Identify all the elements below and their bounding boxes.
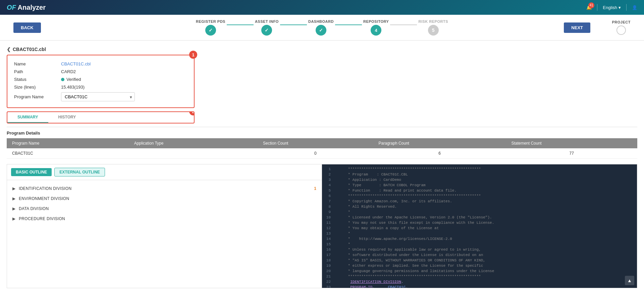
code-line: 18 * "AS IS" BASIS, WITHOUT WARRANTIES O… bbox=[322, 258, 637, 264]
line-number: 18 bbox=[322, 258, 335, 264]
cell-paragraph-count: 6 bbox=[373, 148, 506, 159]
tabs-row: SUMMARY HISTORY bbox=[7, 112, 194, 123]
col-paragraph-count: Paragraph Count bbox=[373, 138, 506, 148]
info-value-path: CARD2 bbox=[61, 69, 76, 74]
line-content: * Copyright Amazon.com, Inc. or its affi… bbox=[335, 199, 637, 205]
code-line: 7 * Copyright Amazon.com, Inc. or its af… bbox=[322, 199, 637, 205]
info-label-status: Status bbox=[14, 77, 54, 82]
file-info-badge: 1 bbox=[189, 51, 197, 59]
tab-history[interactable]: HISTORY bbox=[48, 112, 86, 123]
tree-item[interactable]: ▶ PROCEDURE DIVISION bbox=[7, 214, 322, 224]
code-line: 10 * Licensed under the Apache License, … bbox=[322, 215, 637, 221]
col-application-type: Application Type bbox=[129, 138, 258, 148]
line-number: 20 bbox=[322, 269, 335, 274]
line-content: * language governing permissions and lim… bbox=[335, 269, 637, 274]
code-line: 15 * bbox=[322, 242, 637, 248]
step-line-3 bbox=[335, 24, 362, 25]
line-number: 7 bbox=[322, 199, 335, 205]
line-number: 4 bbox=[322, 183, 335, 189]
external-outline-button[interactable]: EXTERNAL OUTLINE bbox=[54, 168, 105, 176]
line-number: 12 bbox=[322, 226, 335, 232]
tab-summary[interactable]: SUMMARY bbox=[7, 112, 48, 123]
step-label-repository: REPOSITORY bbox=[363, 19, 389, 23]
notification-bell[interactable]: 🔔 41 bbox=[586, 5, 592, 10]
notification-badge: 41 bbox=[588, 2, 594, 8]
step-project: PROJECT bbox=[612, 20, 631, 35]
cell-program-name: CBACT01C bbox=[7, 148, 129, 159]
cell-section-count: 0 bbox=[258, 148, 373, 159]
line-content: * You may not use this file except in co… bbox=[335, 221, 637, 226]
step-dashboard: DASHBOARD ✓ bbox=[308, 19, 334, 36]
line-content: * Licensed under the Apache License, Ver… bbox=[335, 215, 637, 221]
line-number: 5 bbox=[322, 189, 335, 194]
line-content: * bbox=[335, 210, 637, 215]
code-line: 8 * All Rights Reserved. bbox=[322, 205, 637, 210]
basic-outline-button[interactable]: BASIC OUTLINE bbox=[11, 168, 52, 176]
code-line: 17 * software distributed under the Lice… bbox=[322, 253, 637, 258]
col-program-name: Program Name bbox=[7, 138, 129, 148]
line-number: 16 bbox=[322, 248, 335, 253]
code-line: 1 **************************************… bbox=[322, 167, 637, 172]
line-number: 19 bbox=[322, 264, 335, 269]
chevron-down-icon: ▾ bbox=[619, 5, 621, 10]
main-content: ❮ CBACT01C.cbl 1 Name CBACT01C.cbl Path … bbox=[0, 41, 644, 308]
table-header-row: Program Name Application Type Section Co… bbox=[7, 138, 637, 148]
code-line: 14 * http://www.apache.org/licenses/LICE… bbox=[322, 237, 637, 242]
app-logo: OF Analyzer bbox=[7, 4, 46, 11]
tree-expand-icon: ▶ bbox=[12, 186, 15, 191]
status-text: Verified bbox=[66, 77, 81, 82]
line-content: * Function : Read and print account data… bbox=[335, 189, 637, 194]
info-label-program-name: Program Name bbox=[14, 94, 54, 99]
cell-application-type bbox=[129, 148, 258, 159]
step-circle-risk-reports: 5 bbox=[428, 25, 439, 36]
line-content: * You may obtain a copy of the License a… bbox=[335, 226, 637, 232]
line-content: * "AS IS" BASIS, WITHOUT WARRANTIES OR C… bbox=[335, 258, 637, 264]
line-number: 14 bbox=[322, 237, 335, 242]
line-number: 11 bbox=[322, 221, 335, 226]
outline-tree: ▶ IDENTIFICATION DIVISION 1 ▶ ENVIRONMEN… bbox=[7, 180, 322, 288]
breadcrumb-file: CBACT01C.cbl bbox=[13, 47, 46, 52]
step-label-risk-reports: RISK REPORTS bbox=[418, 19, 448, 23]
tree-item[interactable]: ▶ DATA DIVISION bbox=[7, 204, 322, 214]
table-row: CBACT01C 0 6 77 bbox=[7, 148, 637, 159]
step-circle-repository: 4 bbox=[371, 25, 381, 36]
next-button[interactable]: NEXT bbox=[564, 22, 590, 33]
code-line: 9 * bbox=[322, 210, 637, 215]
language-label: English bbox=[603, 5, 617, 10]
code-line: 12 * You may obtain a copy of the Licens… bbox=[322, 226, 637, 232]
logo-analyzer: Analyzer bbox=[16, 4, 46, 11]
info-row-program-name: Program Name CBACT01C ▾ bbox=[14, 91, 187, 103]
program-name-dropdown[interactable]: CBACT01C bbox=[61, 92, 135, 101]
tree-expand-icon: ▶ bbox=[12, 206, 15, 211]
header-right: 🔔 41 English ▾ 👤 bbox=[586, 4, 637, 11]
step-label-project: PROJECT bbox=[612, 20, 631, 24]
info-row-status: Status Verified bbox=[14, 75, 187, 83]
language-selector[interactable]: English ▾ bbox=[603, 5, 621, 10]
code-line: 4 * Type : BATCH COBOL Program bbox=[322, 183, 637, 189]
scroll-to-top-button[interactable]: ▲ bbox=[625, 276, 634, 285]
code-line: 11 * You may not use this file except in… bbox=[322, 221, 637, 226]
tree-item-label: IDENTIFICATION DIVISION bbox=[19, 186, 71, 191]
line-number: 13 bbox=[322, 232, 335, 237]
program-name-dropdown-wrapper: CBACT01C ▾ bbox=[61, 92, 135, 101]
back-button[interactable]: BACK bbox=[13, 22, 41, 33]
code-line: 19 * either express or implied. See the … bbox=[322, 264, 637, 269]
tree-item[interactable]: ▶ ENVIRONMENT DIVISION bbox=[7, 194, 322, 204]
outline-panel: BASIC OUTLINE EXTERNAL OUTLINE ▶ IDENTIF… bbox=[7, 164, 322, 288]
stepper-steps: REGISTER PDS ✓ ASSET INFO ✓ DASHBOARD ✓ … bbox=[196, 19, 448, 36]
step-label-asset-info: ASSET INFO bbox=[255, 19, 279, 23]
step-label-dashboard: DASHBOARD bbox=[308, 19, 334, 23]
line-number: 6 bbox=[322, 194, 335, 199]
status-dot-icon bbox=[61, 78, 64, 81]
file-info-card: 1 Name CBACT01C.cbl Path CARD2 Status Ve… bbox=[7, 55, 195, 108]
program-details-section: Program Details Program Name Application… bbox=[7, 131, 637, 159]
breadcrumb-back-icon[interactable]: ❮ bbox=[7, 47, 11, 52]
line-content: * bbox=[335, 232, 637, 237]
stepper-bar: BACK REGISTER PDS ✓ ASSET INFO ✓ DASHBOA… bbox=[0, 15, 644, 41]
step-circle-register-pds: ✓ bbox=[205, 25, 216, 36]
user-icon[interactable]: 👤 bbox=[632, 5, 637, 10]
info-value-name: CBACT01C.cbl bbox=[61, 61, 91, 66]
step-line-2 bbox=[280, 24, 307, 25]
tree-item[interactable]: ▶ IDENTIFICATION DIVISION 1 bbox=[7, 184, 322, 194]
code-line: 13 * bbox=[322, 232, 637, 237]
